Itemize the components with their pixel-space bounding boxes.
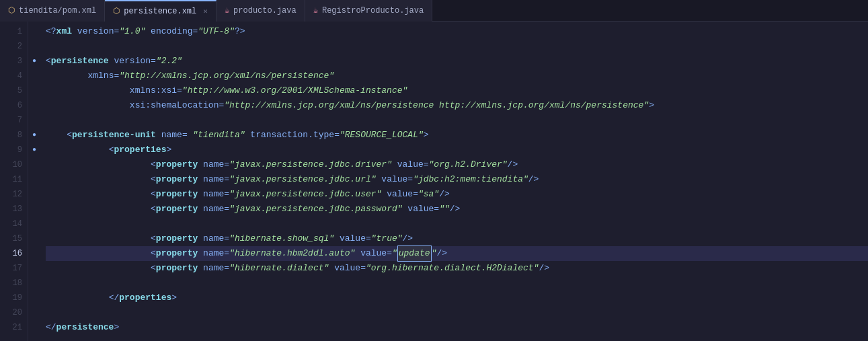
tab-file-icon: ☕ xyxy=(313,5,318,15)
code-line-12: <property name="javax.persistence.jdbc.u… xyxy=(46,187,868,202)
line-num-7: 7 xyxy=(5,113,22,128)
line-num-19: 19 xyxy=(5,291,22,305)
editor-container: ⬡ tiendita/pom.xml ⬡ persistence.xml ✕ ☕… xyxy=(0,0,868,341)
tab-tiendita-pom[interactable]: ⬡ tiendita/pom.xml xyxy=(0,0,105,22)
fold-14 xyxy=(28,217,40,231)
code-line-13: <property name="javax.persistence.jdbc.p… xyxy=(46,202,868,217)
fold-4 xyxy=(28,69,40,83)
line-num-17: 17 xyxy=(5,261,22,276)
fold-17 xyxy=(28,261,40,276)
code-line-16: <property name="hibernate.hbm2ddl.auto" … xyxy=(46,246,868,261)
code-editor[interactable]: <?xml version="1.0" encoding="UTF-8"?> <… xyxy=(40,22,868,341)
fold-8[interactable]: ● xyxy=(28,128,40,143)
code-line-7 xyxy=(46,113,868,128)
fold-13 xyxy=(28,202,40,217)
tab-label: tiendita/pom.xml xyxy=(19,6,96,15)
line-num-5: 5 xyxy=(5,83,22,98)
fold-2 xyxy=(28,39,40,54)
line-num-15: 15 xyxy=(5,231,22,246)
fold-19 xyxy=(28,291,40,305)
line-num-13: 13 xyxy=(5,202,22,217)
line-num-11: 11 xyxy=(5,172,22,187)
fold-6 xyxy=(28,98,40,113)
fold-5 xyxy=(28,83,40,98)
code-line-18 xyxy=(46,276,868,291)
code-line-6: xsi:shemaLocation="http://xmlns.jcp.org/… xyxy=(46,98,868,113)
tab-file-icon: ☕ xyxy=(225,5,229,15)
code-line-3: <persistence version="2.2" xyxy=(46,54,868,69)
fold-20 xyxy=(28,305,40,320)
fold-16 xyxy=(28,246,40,261)
line-num-21: 21 xyxy=(5,320,22,335)
code-line-14 xyxy=(46,217,868,231)
tab-label: persistence.xml xyxy=(124,7,196,16)
code-line-4: xmlns="http://xmlns.jcp.org/xml/ns/persi… xyxy=(46,69,868,83)
code-line-20 xyxy=(46,305,868,320)
fold-9[interactable]: ● xyxy=(28,143,40,157)
line-num-10: 10 xyxy=(5,157,22,172)
code-area[interactable]: 1 2 3 4 5 6 7 8 9 10 11 12 13 14 15 16 1… xyxy=(0,22,868,341)
line-num-2: 2 xyxy=(5,39,22,54)
line-num-12: 12 xyxy=(5,187,22,202)
fold-18 xyxy=(28,276,40,291)
tab-registro-producto[interactable]: ☕ RegistroProducto.java xyxy=(305,0,432,22)
tab-producto-java[interactable]: ☕ producto.java xyxy=(216,0,305,22)
line-num-20: 20 xyxy=(5,305,22,320)
fold-12 xyxy=(28,187,40,202)
line-num-9: 9 xyxy=(5,143,22,157)
code-line-2 xyxy=(46,39,868,54)
line-num-14: 14 xyxy=(5,217,22,231)
code-line-10: <property name="javax.persistence.jdbc.d… xyxy=(46,157,868,172)
code-line-21: </persistence> xyxy=(46,320,868,335)
code-line-8: <persistence-unit name= "tiendita" trans… xyxy=(46,128,868,143)
tab-bar: ⬡ tiendita/pom.xml ⬡ persistence.xml ✕ ☕… xyxy=(0,0,868,22)
fold-15 xyxy=(28,231,40,246)
fold-7 xyxy=(28,113,40,128)
fold-1 xyxy=(28,24,40,39)
code-line-1: <?xml version="1.0" encoding="UTF-8"?> xyxy=(46,24,868,39)
tab-file-icon: ⬡ xyxy=(113,6,120,16)
line-num-3: 3 xyxy=(5,54,22,69)
code-line-11: <property name="javax.persistence.jdbc.u… xyxy=(46,172,868,187)
line-num-4: 4 xyxy=(5,69,22,83)
line-num-1: 1 xyxy=(5,24,22,39)
fold-3[interactable]: ● xyxy=(28,54,40,69)
tab-label: producto.java xyxy=(233,6,297,15)
code-line-15: <property name="hibernate.show_sql" valu… xyxy=(46,231,868,246)
code-line-19: </properties> xyxy=(46,291,868,305)
tab-persistence-xml[interactable]: ⬡ persistence.xml ✕ xyxy=(105,0,216,22)
line-num-8: 8 xyxy=(5,128,22,143)
code-line-17: <property name="hibernate.dialect" value… xyxy=(46,261,868,276)
tab-close-button[interactable]: ✕ xyxy=(203,7,208,15)
fold-11 xyxy=(28,172,40,187)
line-numbers: 1 2 3 4 5 6 7 8 9 10 11 12 13 14 15 16 1… xyxy=(0,22,28,341)
fold-10 xyxy=(28,157,40,172)
line-num-6: 6 xyxy=(5,98,22,113)
tab-file-icon: ⬡ xyxy=(8,5,15,15)
fold-21 xyxy=(28,320,40,335)
line-num-18: 18 xyxy=(5,276,22,291)
fold-column: ● ● ● xyxy=(28,22,40,341)
code-line-5: xmlns:xsi="http://www.w3.org/2001/XMLSch… xyxy=(46,83,868,98)
code-line-9: <properties> xyxy=(46,143,868,157)
line-num-16: 16 xyxy=(5,246,22,261)
tab-label: RegistroProducto.java xyxy=(322,6,424,15)
